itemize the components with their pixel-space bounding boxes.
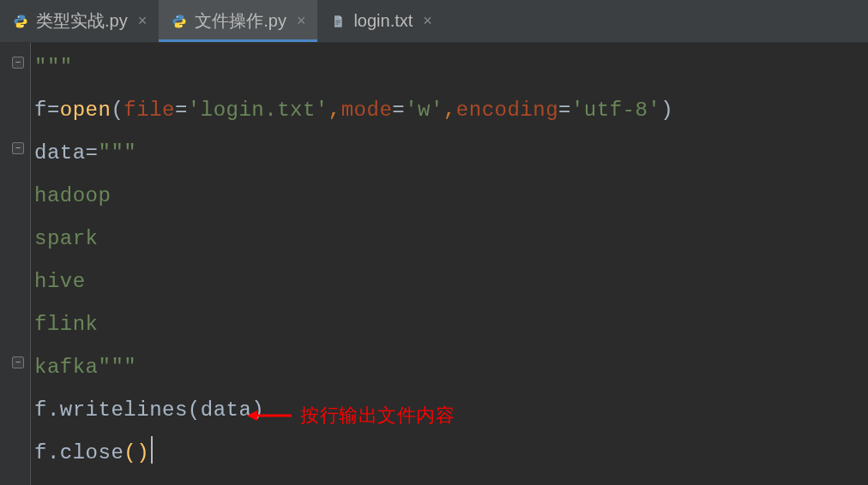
close-icon[interactable]: × <box>135 12 151 30</box>
svg-rect-5 <box>336 21 341 22</box>
tab-label: 类型实战.py <box>36 9 128 33</box>
code-line: flink <box>34 303 868 346</box>
close-icon[interactable]: × <box>419 12 436 30</box>
code-line: data=""" <box>34 132 868 175</box>
svg-marker-8 <box>247 410 257 421</box>
code-line: spark <box>34 218 868 260</box>
tab-file-ops[interactable]: 文件操作.py × <box>159 0 317 42</box>
python-icon <box>12 13 29 30</box>
gutter: – – – <box>0 43 31 485</box>
python-icon <box>171 13 188 30</box>
svg-rect-6 <box>336 23 339 24</box>
svg-point-1 <box>22 25 24 27</box>
close-icon[interactable]: × <box>293 12 310 30</box>
svg-point-3 <box>181 25 183 27</box>
code-line: hadoop <box>34 175 868 218</box>
code-line: f=open(file='login.txt',mode='w',encodin… <box>34 89 868 132</box>
tab-types-practice[interactable]: 类型实战.py × <box>0 0 159 42</box>
svg-point-0 <box>18 16 20 18</box>
tab-label: login.txt <box>353 11 413 31</box>
code-line: """ <box>34 46 868 89</box>
annotation-text: 按行输出文件内容 <box>300 394 455 437</box>
fold-toggle[interactable]: – <box>12 57 24 69</box>
fold-toggle[interactable]: – <box>12 356 24 368</box>
code-line: kafka""" <box>34 346 868 389</box>
fold-toggle[interactable]: – <box>12 142 24 154</box>
code-line: hive <box>34 260 868 303</box>
tab-label: 文件操作.py <box>195 9 286 33</box>
arrow-icon <box>247 407 292 424</box>
text-caret <box>151 436 153 464</box>
text-file-icon <box>329 13 347 30</box>
code-area[interactable]: """ f=open(file='login.txt',mode='w',enc… <box>31 43 868 485</box>
svg-point-2 <box>177 16 178 18</box>
editor: – – – """ f=open(file='login.txt',mode='… <box>0 43 868 485</box>
tab-bar: 类型实战.py × 文件操作.py × login.txt × <box>0 0 868 43</box>
svg-rect-4 <box>336 20 341 21</box>
code-line: f.close() <box>34 432 868 475</box>
tab-login-txt[interactable]: login.txt × <box>317 0 443 42</box>
annotation: 按行输出文件内容 <box>247 394 455 437</box>
